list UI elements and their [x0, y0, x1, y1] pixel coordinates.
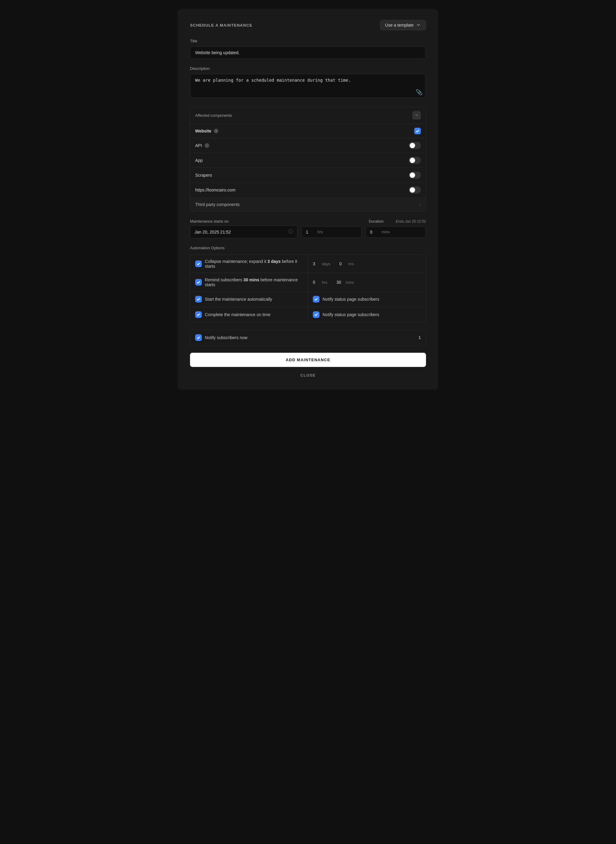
- duration-hrs-input[interactable]: [306, 230, 315, 234]
- notify-now-checkbox[interactable]: [195, 334, 202, 341]
- automation-section: Automation Options Collapse maintenance;…: [190, 246, 426, 322]
- component-name-api: API i: [195, 143, 209, 148]
- collapse-text: Collapse maintenance; expand it 3 days b…: [205, 259, 303, 269]
- complete-text: Complete the maintenance on time: [205, 312, 270, 317]
- schedule-section: Maintenance starts on Duration Ends Jan …: [190, 219, 426, 238]
- component-row-app: App: [190, 153, 426, 168]
- collapse-components-button[interactable]: −: [412, 111, 421, 120]
- chevron-down-icon: [416, 23, 421, 28]
- remind-cell-left: Remind subscribers 30 mins before mainte…: [190, 273, 308, 291]
- duration-mins-input[interactable]: [370, 230, 379, 234]
- auto-row-remind: Remind subscribers 30 mins before mainte…: [190, 273, 426, 292]
- ends-label: Ends Jan 20 22:52: [396, 219, 426, 224]
- components-section: Affected components − Website i API i Ap…: [190, 107, 426, 212]
- app-toggle[interactable]: [409, 157, 421, 164]
- component-name-website: Website i: [195, 129, 219, 133]
- collapse-days-input: days: [313, 261, 330, 266]
- attachment-icon[interactable]: 📎: [416, 89, 422, 95]
- start-auto-cell: Start the maintenance automatically: [190, 292, 308, 307]
- title-input[interactable]: [190, 46, 426, 59]
- third-party-row[interactable]: Third party components ›: [190, 197, 426, 211]
- modal-title: SCHEDULE A MAINTENANCE: [190, 23, 252, 28]
- notify-start-text: Notify status page subscribers: [323, 297, 379, 302]
- schedule-labels-row: Maintenance starts on Duration Ends Jan …: [190, 219, 426, 224]
- use-template-button[interactable]: Use a template: [380, 20, 426, 30]
- complete-checkbox[interactable]: [195, 311, 202, 318]
- components-header: Affected components −: [190, 107, 426, 124]
- auto-row-start: Start the maintenance automatically Noti…: [190, 292, 426, 307]
- component-row-api: API i: [190, 138, 426, 153]
- remind-hrs-value[interactable]: [313, 280, 320, 285]
- schedule-maintenance-modal: SCHEDULE A MAINTENANCE Use a template Ti…: [178, 9, 438, 390]
- hrs-unit-label: hrs: [317, 230, 323, 234]
- description-label: Description: [190, 66, 426, 71]
- collapse-hrs-value[interactable]: [339, 261, 346, 266]
- notify-start-checkbox[interactable]: [313, 296, 320, 302]
- start-auto-checkbox[interactable]: [195, 296, 202, 302]
- collapse-cell-right: days hrs: [308, 255, 426, 273]
- component-name-scrapers: Scrapers: [195, 173, 212, 177]
- start-date-wrap: ⓘ: [190, 226, 298, 238]
- duration-label: Duration: [369, 219, 384, 224]
- complete-cell: Complete the maintenance on time: [190, 307, 308, 322]
- scrapers-toggle[interactable]: [409, 171, 421, 179]
- remind-hrs-input: hrs: [313, 280, 327, 285]
- collapse-cell-left: Collapse maintenance; expand it 3 days b…: [190, 255, 308, 273]
- collapse-hrs-input: hrs: [339, 261, 354, 266]
- api-info-icon[interactable]: i: [205, 143, 209, 148]
- start-auto-text: Start the maintenance automatically: [205, 297, 272, 302]
- notify-now-label: Notify subscribers now: [205, 335, 248, 340]
- components-label: Affected components: [195, 113, 232, 118]
- third-party-label: Third party components: [195, 202, 240, 207]
- collapse-days-value[interactable]: [313, 261, 320, 266]
- website-toggle[interactable]: [414, 127, 421, 134]
- starts-label: Maintenance starts on: [190, 219, 229, 224]
- automation-title: Automation Options: [190, 246, 426, 250]
- notify-count: 1: [418, 335, 421, 340]
- api-toggle[interactable]: [409, 142, 421, 149]
- date-info-icon: ⓘ: [288, 229, 293, 235]
- remind-mins-value[interactable]: [336, 280, 344, 285]
- component-row-website: Website i: [190, 124, 426, 138]
- collapse-checkbox[interactable]: [195, 261, 202, 267]
- remind-text: Remind subscribers 30 mins before mainte…: [205, 277, 303, 287]
- add-maintenance-button[interactable]: ADD MAINTENANCE: [190, 353, 426, 367]
- auto-row-collapse: Collapse maintenance; expand it 3 days b…: [190, 255, 426, 273]
- mins-unit-label: mins: [381, 230, 390, 234]
- component-row-loomcairo: https://loomcairo.com: [190, 182, 426, 197]
- remind-checkbox[interactable]: [195, 279, 202, 286]
- website-info-icon[interactable]: i: [214, 129, 219, 133]
- notify-complete-checkbox[interactable]: [313, 311, 320, 318]
- duration-mins-wrap: mins: [365, 226, 426, 238]
- notify-complete-text: Notify status page subscribers: [323, 312, 379, 317]
- description-wrap: We are planning for a scheduled maintena…: [190, 74, 426, 99]
- component-row-scrapers: Scrapers: [190, 168, 426, 182]
- close-button[interactable]: CLOSE: [190, 371, 426, 380]
- description-section: Description We are planning for a schedu…: [190, 66, 426, 99]
- title-label: Title: [190, 39, 426, 43]
- description-input[interactable]: We are planning for a scheduled maintena…: [190, 74, 426, 98]
- duration-hrs-wrap: hrs: [301, 226, 362, 238]
- schedule-inputs-row: ⓘ hrs mins: [190, 226, 426, 238]
- loomcairo-toggle[interactable]: [409, 186, 421, 193]
- third-party-chevron-icon: ›: [419, 202, 421, 207]
- component-name-loomcairo: https://loomcairo.com: [195, 188, 235, 192]
- start-date-input[interactable]: [195, 230, 286, 234]
- component-name-app: App: [195, 158, 203, 163]
- duration-ends-row: Duration Ends Jan 20 22:52: [369, 219, 426, 224]
- modal-header: SCHEDULE A MAINTENANCE Use a template: [190, 20, 426, 30]
- remind-cell-right: hrs mins: [308, 273, 426, 291]
- automation-table: Collapse maintenance; expand it 3 days b…: [190, 254, 426, 322]
- title-section: Title: [190, 39, 426, 59]
- notify-now-row: Notify subscribers now 1: [190, 330, 426, 346]
- notify-start-cell: Notify status page subscribers: [308, 292, 426, 307]
- notify-now-left: Notify subscribers now: [195, 334, 248, 341]
- auto-row-complete: Complete the maintenance on time Notify …: [190, 307, 426, 322]
- remind-mins-input: mins: [336, 280, 354, 285]
- notify-complete-cell: Notify status page subscribers: [308, 307, 426, 322]
